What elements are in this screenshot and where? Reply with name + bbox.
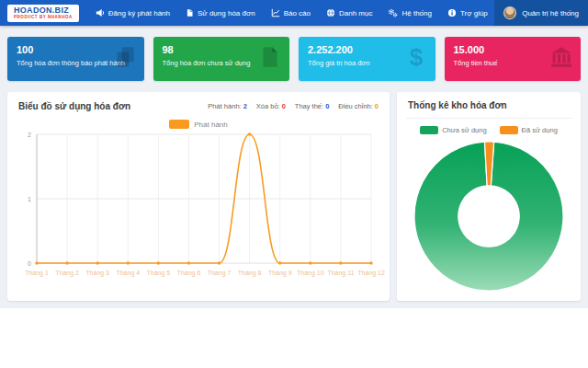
stat-card-phat-hanh[interactable]: 100 Tổng hóa đơn thông báo phát hành: [7, 37, 144, 81]
file-solid-icon: [258, 45, 282, 73]
nav-item-label: Danh mục: [339, 9, 372, 17]
logo-subtitle: PRODUCT BY NHANHOA: [14, 16, 73, 20]
user-menu[interactable]: Quản trị hệ thống: [494, 0, 588, 26]
svg-text:Tháng 10: Tháng 10: [297, 270, 324, 277]
stat-xoa-bo: Xóa bỏ:0: [256, 102, 286, 110]
svg-text:Tháng 11: Tháng 11: [327, 270, 354, 277]
navbar: HOADON.BIZ PRODUCT BY NHANHOA Đăng ký ph…: [0, 0, 588, 26]
nav-item-bao-cao[interactable]: Báo cáo: [271, 0, 311, 26]
nav-item-he-thong[interactable]: Hệ thống: [388, 0, 431, 26]
stock-panel-title: Thống kê kho hóa đơn: [408, 100, 570, 110]
stat-card-gia-tri[interactable]: 2.252.200 Tổng giá trị hóa đơn $: [299, 37, 435, 81]
line-chart-legend[interactable]: Phát hành: [7, 120, 390, 129]
info-icon: [447, 8, 457, 17]
copy-files-icon: [113, 45, 137, 73]
file-icon: [186, 8, 194, 17]
usage-chart-panel: Biểu đồ sử dụng hóa đơn Phát hành:2 Xóa …: [7, 92, 390, 301]
svg-text:Tháng 3: Tháng 3: [85, 270, 109, 277]
panels-row: Biểu đồ sử dụng hóa đơn Phát hành:2 Xóa …: [7, 92, 581, 301]
globe-icon: [326, 8, 335, 17]
nav-item-label: Sử dụng hóa đơn: [198, 9, 255, 17]
usage-chart-header: Biểu đồ sử dụng hóa đơn Phát hành:2 Xóa …: [7, 92, 390, 111]
cogs-icon: [388, 8, 398, 17]
svg-text:Tháng 5: Tháng 5: [147, 270, 171, 277]
nav-item-label: Trợ giúp: [460, 9, 488, 17]
stat-card-chua-su-dung[interactable]: 98 Tổng hóa đơn chưa sử dụng: [153, 37, 290, 81]
usage-line-chart-svg: 012Tháng 1Tháng 2Tháng 3Tháng 4Tháng 5Th…: [7, 129, 390, 283]
stat-cards-row: 100 Tổng hóa đơn thông báo phát hành 98 …: [7, 37, 581, 81]
stock-panel: Thống kê kho hóa đơn Chưa sử dụng Đã sử …: [397, 92, 581, 301]
svg-text:Tháng 1: Tháng 1: [25, 270, 49, 277]
chart-line-icon: [271, 8, 280, 17]
donut-legend-da-su-dung[interactable]: Đã sử dụng: [500, 126, 558, 134]
svg-text:Tháng 12: Tháng 12: [357, 270, 385, 277]
legend-swatch-da-su-dung: [500, 126, 518, 134]
stat-dieu-chinh: Điều chỉnh:0: [338, 102, 379, 110]
nav-item-dang-ky-phat-hanh[interactable]: Đăng ký phát hành: [96, 0, 170, 26]
user-avatar: [503, 6, 516, 19]
legend-swatch-phat-hanh: [169, 120, 189, 129]
svg-text:Tháng 6: Tháng 6: [177, 270, 201, 277]
svg-text:Tháng 9: Tháng 9: [268, 270, 292, 277]
svg-text:$: $: [409, 45, 423, 69]
stat-phat-hanh: Phát hành:2: [208, 102, 246, 110]
legend-label-chua-su-dung: Chưa sử dụng: [442, 126, 486, 134]
nav-item-tro-giup[interactable]: Trợ giúp: [447, 0, 488, 26]
legend-label-phat-hanh: Phát hành: [194, 121, 227, 129]
user-menu-label: Quản trị hệ thống: [522, 9, 579, 17]
logo-title: HOADON.BIZ: [14, 6, 73, 15]
svg-text:2: 2: [28, 132, 31, 138]
stat-card-tien-thue[interactable]: 15.000 Tổng tiền thuế: [445, 37, 582, 81]
divider: [406, 118, 571, 119]
dashboard-content: 100 Tổng hóa đơn thông báo phát hành 98 …: [0, 26, 588, 308]
stock-donut-svg: [408, 134, 570, 293]
donut-legend: Chưa sử dụng Đã sử dụng: [408, 126, 570, 134]
nav-item-label: Báo cáo: [284, 9, 311, 17]
bank-icon: [549, 45, 573, 73]
nav-item-label: Đăng ký phát hành: [108, 9, 170, 17]
svg-text:1: 1: [28, 196, 31, 202]
stat-thay-the: Thay thế:0: [295, 102, 329, 110]
usage-chart-stats: Phát hành:2 Xóa bỏ:0 Thay thế:0 Điều chỉ…: [208, 102, 379, 110]
legend-label-da-su-dung: Đã sử dụng: [522, 126, 558, 134]
nav-item-su-dung-hoa-don[interactable]: Sử dụng hóa đơn: [186, 0, 255, 26]
svg-text:Tháng 2: Tháng 2: [55, 270, 79, 277]
nav-menu: Đăng ký phát hành Sử dụng hóa đơn Báo cá…: [96, 0, 488, 26]
donut-legend-chua-su-dung[interactable]: Chưa sử dụng: [420, 126, 486, 134]
nav-item-label: Hệ thống: [401, 9, 431, 17]
svg-text:Tháng 7: Tháng 7: [208, 270, 232, 277]
svg-text:Tháng 4: Tháng 4: [116, 270, 140, 277]
bullhorn-icon: [96, 8, 105, 17]
svg-text:0: 0: [28, 260, 31, 267]
legend-swatch-chua-su-dung: [420, 126, 438, 134]
dollar-icon: $: [404, 45, 428, 73]
logo[interactable]: HOADON.BIZ PRODUCT BY NHANHOA: [7, 5, 79, 22]
svg-text:Tháng 8: Tháng 8: [238, 270, 262, 277]
usage-chart-title: Biểu đồ sử dụng hóa đơn: [18, 101, 130, 111]
nav-item-danh-muc[interactable]: Danh mục: [326, 0, 372, 26]
